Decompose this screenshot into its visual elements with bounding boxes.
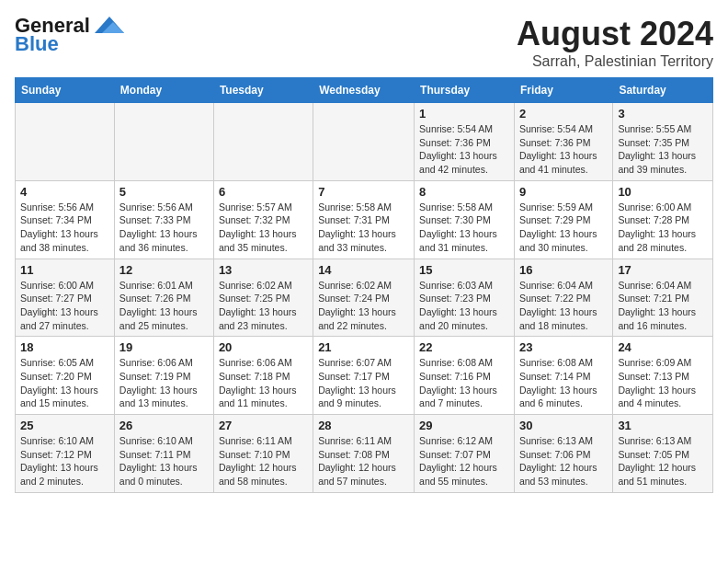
day-number: 19 [119,340,209,354]
calendar-cell: 29Sunrise: 6:12 AM Sunset: 7:07 PM Dayli… [415,415,515,493]
day-info: Sunrise: 6:07 AM Sunset: 7:17 PM Dayligh… [318,356,409,410]
calendar-cell: 2Sunrise: 5:54 AM Sunset: 7:36 PM Daylig… [514,103,612,181]
day-number: 9 [519,185,608,199]
calendar-cell: 13Sunrise: 6:02 AM Sunset: 7:25 PM Dayli… [213,259,313,337]
day-info: Sunrise: 5:58 AM Sunset: 7:30 PM Dayligh… [419,201,509,255]
calendar-table: SundayMondayTuesdayWednesdayThursdayFrid… [15,77,713,493]
day-info: Sunrise: 6:11 AM Sunset: 7:10 PM Dayligh… [219,434,308,488]
day-info: Sunrise: 5:54 AM Sunset: 7:36 PM Dayligh… [519,122,608,177]
day-number: 6 [219,185,308,199]
weekday-header-sunday: Sunday [16,78,115,103]
calendar-subtitle: Sarrah, Palestinian Territory [517,53,713,70]
title-block: August 2024 Sarrah, Palestinian Territor… [517,15,713,70]
calendar-week-row: 4Sunrise: 5:56 AM Sunset: 7:34 PM Daylig… [16,180,713,259]
day-number: 7 [318,185,409,199]
day-number: 21 [318,340,409,354]
weekday-header-monday: Monday [114,78,213,103]
calendar-cell: 21Sunrise: 6:07 AM Sunset: 7:17 PM Dayli… [313,337,415,415]
calendar-cell: 11Sunrise: 6:00 AM Sunset: 7:27 PM Dayli… [16,259,115,337]
day-info: Sunrise: 6:08 AM Sunset: 7:16 PM Dayligh… [419,356,509,410]
day-number: 22 [419,340,509,354]
day-number: 30 [519,419,608,432]
day-info: Sunrise: 5:58 AM Sunset: 7:31 PM Dayligh… [318,201,409,255]
day-info: Sunrise: 6:13 AM Sunset: 7:05 PM Dayligh… [618,434,708,488]
day-number: 27 [219,419,308,432]
calendar-cell: 17Sunrise: 6:04 AM Sunset: 7:21 PM Dayli… [613,259,713,337]
calendar-cell: 22Sunrise: 6:08 AM Sunset: 7:16 PM Dayli… [415,337,515,415]
day-info: Sunrise: 6:10 AM Sunset: 7:11 PM Dayligh… [119,434,209,488]
calendar-cell: 12Sunrise: 6:01 AM Sunset: 7:26 PM Dayli… [114,259,213,337]
day-info: Sunrise: 6:10 AM Sunset: 7:12 PM Dayligh… [20,434,109,488]
day-number: 3 [618,107,708,121]
day-info: Sunrise: 5:56 AM Sunset: 7:33 PM Dayligh… [119,201,209,255]
day-info: Sunrise: 6:00 AM Sunset: 7:28 PM Dayligh… [618,201,708,255]
day-number: 1 [419,107,509,121]
day-number: 26 [119,419,209,432]
weekday-header-thursday: Thursday [415,78,515,103]
calendar-cell: 9Sunrise: 5:59 AM Sunset: 7:29 PM Daylig… [514,180,612,259]
day-info: Sunrise: 6:04 AM Sunset: 7:22 PM Dayligh… [519,279,608,333]
day-info: Sunrise: 6:13 AM Sunset: 7:06 PM Dayligh… [519,434,608,488]
calendar-cell: 27Sunrise: 6:11 AM Sunset: 7:10 PM Dayli… [213,415,313,493]
calendar-cell [16,103,115,181]
day-info: Sunrise: 6:11 AM Sunset: 7:08 PM Dayligh… [318,434,409,488]
day-info: Sunrise: 5:54 AM Sunset: 7:36 PM Dayligh… [419,122,509,177]
calendar-cell: 28Sunrise: 6:11 AM Sunset: 7:08 PM Dayli… [313,415,415,493]
calendar-title: August 2024 [517,15,713,53]
day-info: Sunrise: 6:02 AM Sunset: 7:24 PM Dayligh… [318,279,409,333]
weekday-header-saturday: Saturday [613,78,713,103]
calendar-cell: 8Sunrise: 5:58 AM Sunset: 7:30 PM Daylig… [415,180,515,259]
day-number: 24 [618,340,708,354]
day-info: Sunrise: 5:55 AM Sunset: 7:35 PM Dayligh… [618,122,708,177]
day-number: 23 [519,340,608,354]
calendar-cell [213,103,313,181]
calendar-cell: 19Sunrise: 6:06 AM Sunset: 7:19 PM Dayli… [114,337,213,415]
calendar-cell [313,103,415,181]
calendar-cell: 30Sunrise: 6:13 AM Sunset: 7:06 PM Dayli… [514,415,612,493]
logo: General Blue [15,15,126,55]
logo-icon [93,15,126,35]
weekday-header-wednesday: Wednesday [313,78,415,103]
calendar-cell [114,103,213,181]
day-number: 5 [119,185,209,199]
calendar-cell: 26Sunrise: 6:10 AM Sunset: 7:11 PM Dayli… [114,415,213,493]
day-info: Sunrise: 6:02 AM Sunset: 7:25 PM Dayligh… [219,279,308,333]
calendar-cell: 10Sunrise: 6:00 AM Sunset: 7:28 PM Dayli… [613,180,713,259]
calendar-cell: 18Sunrise: 6:05 AM Sunset: 7:20 PM Dayli… [16,337,115,415]
day-number: 25 [20,419,109,432]
page-header: General Blue August 2024 Sarrah, Palesti… [15,15,713,70]
day-number: 18 [20,340,109,354]
calendar-week-row: 11Sunrise: 6:00 AM Sunset: 7:27 PM Dayli… [16,259,713,337]
day-number: 12 [119,263,209,277]
calendar-cell: 25Sunrise: 6:10 AM Sunset: 7:12 PM Dayli… [16,415,115,493]
calendar-cell: 14Sunrise: 6:02 AM Sunset: 7:24 PM Dayli… [313,259,415,337]
day-info: Sunrise: 6:12 AM Sunset: 7:07 PM Dayligh… [419,434,509,488]
day-number: 8 [419,185,509,199]
day-number: 10 [618,185,708,199]
calendar-cell: 24Sunrise: 6:09 AM Sunset: 7:13 PM Dayli… [613,337,713,415]
day-info: Sunrise: 5:59 AM Sunset: 7:29 PM Dayligh… [519,201,608,255]
day-info: Sunrise: 5:56 AM Sunset: 7:34 PM Dayligh… [20,201,109,255]
calendar-cell: 15Sunrise: 6:03 AM Sunset: 7:23 PM Dayli… [415,259,515,337]
day-info: Sunrise: 6:05 AM Sunset: 7:20 PM Dayligh… [20,356,109,410]
day-info: Sunrise: 5:57 AM Sunset: 7:32 PM Dayligh… [219,201,308,255]
day-number: 31 [618,419,708,432]
day-number: 14 [318,263,409,277]
day-number: 15 [419,263,509,277]
day-info: Sunrise: 6:09 AM Sunset: 7:13 PM Dayligh… [618,356,708,410]
day-info: Sunrise: 6:00 AM Sunset: 7:27 PM Dayligh… [20,279,109,333]
calendar-cell: 3Sunrise: 5:55 AM Sunset: 7:35 PM Daylig… [613,103,713,181]
calendar-cell: 1Sunrise: 5:54 AM Sunset: 7:36 PM Daylig… [415,103,515,181]
calendar-week-row: 25Sunrise: 6:10 AM Sunset: 7:12 PM Dayli… [16,415,713,493]
weekday-header-row: SundayMondayTuesdayWednesdayThursdayFrid… [16,78,713,103]
day-number: 11 [20,263,109,277]
logo-blue: Blue [15,33,59,55]
calendar-week-row: 18Sunrise: 6:05 AM Sunset: 7:20 PM Dayli… [16,337,713,415]
calendar-cell: 20Sunrise: 6:06 AM Sunset: 7:18 PM Dayli… [213,337,313,415]
calendar-cell: 4Sunrise: 5:56 AM Sunset: 7:34 PM Daylig… [16,180,115,259]
day-info: Sunrise: 6:03 AM Sunset: 7:23 PM Dayligh… [419,279,509,333]
calendar-cell: 31Sunrise: 6:13 AM Sunset: 7:05 PM Dayli… [613,415,713,493]
calendar-cell: 5Sunrise: 5:56 AM Sunset: 7:33 PM Daylig… [114,180,213,259]
calendar-cell: 23Sunrise: 6:08 AM Sunset: 7:14 PM Dayli… [514,337,612,415]
day-info: Sunrise: 6:01 AM Sunset: 7:26 PM Dayligh… [119,279,209,333]
